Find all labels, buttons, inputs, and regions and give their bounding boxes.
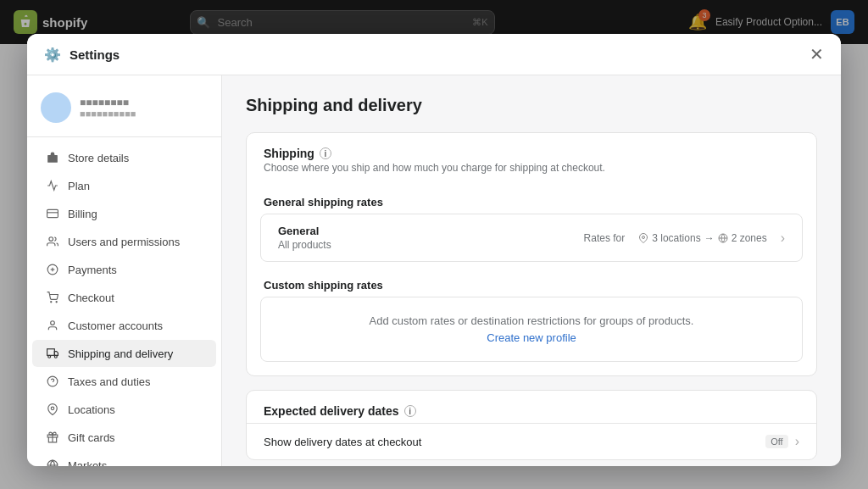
modal-overlay: ⚙️ Settings ✕ ■■■■■■■■ ■■■■■■■■■■ — [0, 0, 868, 44]
settings-modal: ⚙️ Settings ✕ ■■■■■■■■ ■■■■■■■■■■ — [27, 34, 841, 44]
modal-header: ⚙️ Settings ✕ — [27, 34, 841, 44]
